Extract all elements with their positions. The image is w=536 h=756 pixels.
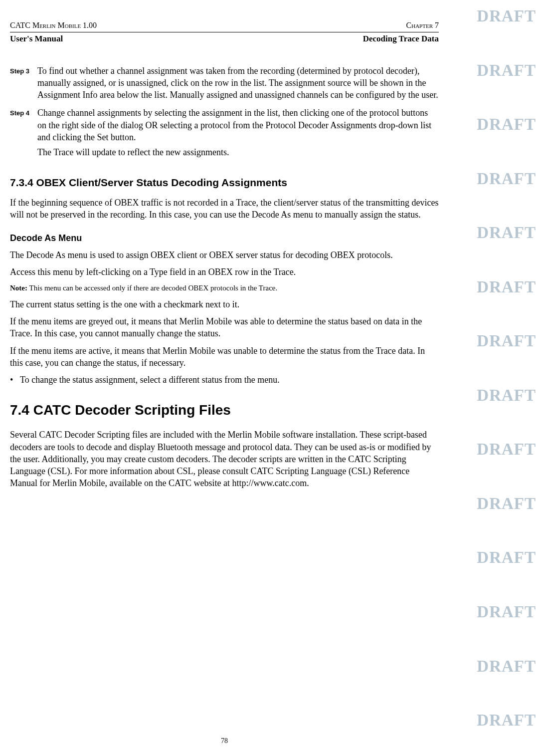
- draft-watermark: DRAFT: [477, 222, 536, 244]
- header-manual: User's Manual: [10, 33, 63, 45]
- draft-watermark: DRAFT: [477, 493, 536, 515]
- header-row: CATC Merlin Mobile 1.00 Chapter 7: [10, 20, 439, 32]
- header-product: CATC Merlin Mobile 1.00: [10, 20, 97, 31]
- heading-7-3-4: 7.3.4 OBEX Client/Server Status Decoding…: [10, 176, 439, 190]
- paragraph-7-4: Several CATC Decoder Scripting files are…: [10, 429, 439, 489]
- draft-watermark: DRAFT: [477, 438, 536, 461]
- bullet-item: • To change the status assignment, selec…: [10, 374, 439, 386]
- draft-watermark: DRAFT: [477, 168, 536, 190]
- note-text: This menu can be accessed only if there …: [29, 284, 277, 292]
- bullet-text: To change the status assignment, select …: [20, 374, 280, 386]
- step-4-paragraph-1: Change channel assignments by selecting …: [37, 107, 439, 143]
- draft-watermark: DRAFT: [477, 330, 536, 352]
- draft-watermark: DRAFT: [477, 276, 536, 298]
- heading-decode-as: Decode As Menu: [10, 232, 439, 244]
- paragraph-status-2: If the menu items are greyed out, it mea…: [10, 315, 439, 340]
- step-4-paragraph-2: The Trace will update to reflect the new…: [37, 146, 439, 158]
- paragraph-status-3: If the menu items are active, it means t…: [10, 345, 439, 369]
- paragraph-status-1: The current status setting is the one wi…: [10, 298, 439, 310]
- draft-watermark: DRAFT: [477, 709, 536, 732]
- subheader-row: User's Manual Decoding Trace Data: [10, 33, 439, 45]
- page-number: 78: [0, 737, 449, 746]
- draft-watermark: DRAFT: [477, 546, 536, 569]
- step-3-text: To find out whether a channel assignment…: [37, 65, 439, 104]
- draft-watermark: DRAFT: [477, 655, 536, 678]
- note-line: Note: This menu can be accessed only if …: [10, 283, 439, 293]
- step-3-block: Step 3 To find out whether a channel ass…: [10, 65, 439, 104]
- draft-watermark: DRAFT: [477, 601, 536, 623]
- header-chapter: Chapter 7: [406, 20, 439, 31]
- page-content: CATC Merlin Mobile 1.00 Chapter 7 User's…: [0, 0, 449, 514]
- draft-watermark: DRAFT: [477, 5, 536, 27]
- paragraph-decode-1: The Decode As menu is used to assign OBE…: [10, 249, 439, 261]
- draft-watermark-column: DRAFT DRAFT DRAFT DRAFT DRAFT DRAFT DRAF…: [477, 0, 536, 756]
- step-3-label: Step 3: [10, 65, 37, 104]
- step-4-text: Change channel assignments by selecting …: [37, 107, 439, 161]
- draft-watermark: DRAFT: [477, 113, 536, 136]
- heading-7-4: 7.4 CATC Decoder Scripting Files: [10, 401, 439, 420]
- header-section: Decoding Trace Data: [363, 33, 439, 45]
- step-4-label: Step 4: [10, 107, 37, 161]
- bullet-marker: •: [10, 374, 20, 386]
- draft-watermark: DRAFT: [477, 59, 536, 82]
- draft-watermark: DRAFT: [477, 384, 536, 407]
- paragraph-decode-2: Access this menu by left-clicking on a T…: [10, 266, 439, 278]
- note-label: Note:: [10, 284, 27, 292]
- step-3-paragraph: To find out whether a channel assignment…: [37, 65, 439, 101]
- paragraph-7-3-4: If the beginning sequence of OBEX traffi…: [10, 197, 439, 221]
- step-4-block: Step 4 Change channel assignments by sel…: [10, 107, 439, 161]
